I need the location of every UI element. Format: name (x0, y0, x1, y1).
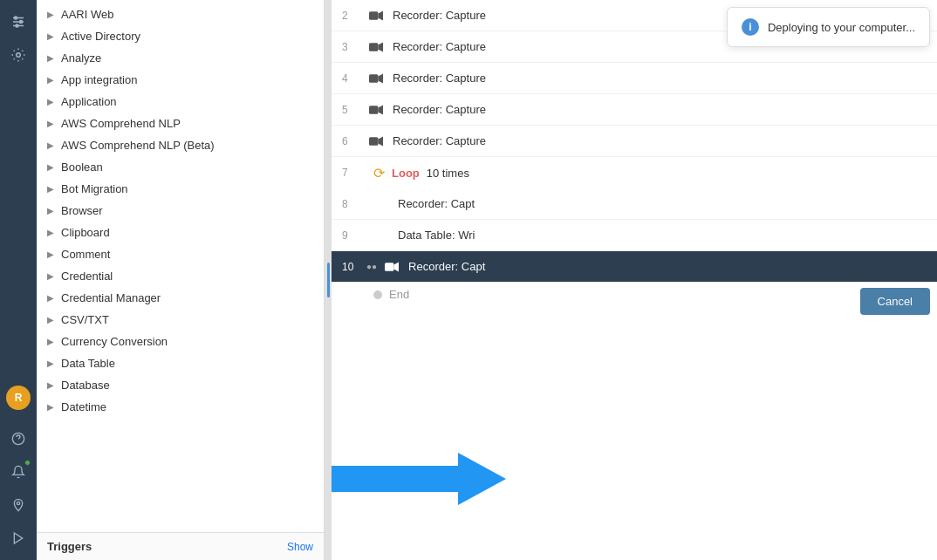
svg-point-5 (16, 24, 18, 27)
package-item[interactable]: ▶Comment (37, 243, 324, 265)
package-item[interactable]: ▶App integration (37, 69, 324, 91)
row-content-text: Recorder: Capt (408, 260, 927, 273)
svg-point-4 (20, 21, 23, 24)
chevron-icon: ▶ (47, 10, 54, 19)
package-item[interactable]: ▶Data Table (37, 352, 324, 374)
package-item[interactable]: ▶Application (37, 91, 324, 113)
package-item[interactable]: ▶Database (37, 374, 324, 396)
svg-marker-27 (393, 262, 399, 271)
package-item[interactable]: ▶AARI Web (37, 3, 324, 25)
row-number: 5 (342, 104, 366, 116)
svg-rect-10 (369, 11, 378, 20)
chevron-icon: ▶ (47, 337, 54, 346)
package-label: Currency Conversion (61, 335, 168, 348)
chevron-icon: ▶ (47, 75, 54, 85)
sidebar-icons: R (0, 0, 37, 560)
row-type-icon (366, 69, 386, 88)
main-area: 2 Recorder: Capture 3 Recorder: Capture … (332, 0, 937, 560)
package-item[interactable]: ▶Bot Migration (37, 178, 324, 200)
row-content-text: Recorder: Capture (393, 72, 927, 85)
cancel-button[interactable]: Cancel (860, 288, 930, 315)
package-item[interactable]: ▶Clipboard (37, 222, 324, 243)
package-item[interactable]: ▶CSV/TXT (37, 309, 324, 331)
package-label: Credential Manager (61, 291, 161, 304)
svg-marker-19 (378, 136, 383, 146)
chevron-icon: ▶ (47, 402, 54, 412)
triggers-show-button[interactable]: Show (287, 541, 313, 553)
svg-marker-17 (378, 105, 383, 114)
chevron-icon: ▶ (47, 249, 54, 259)
row-number: 2 (342, 10, 366, 22)
package-label: Browser (61, 204, 103, 217)
package-item[interactable]: ▶Boolean (37, 156, 324, 178)
script-row[interactable]: 5 Recorder: Capture (332, 94, 937, 126)
chevron-icon: ▶ (47, 119, 54, 128)
row-number: 8 (342, 198, 366, 210)
package-item[interactable]: ▶Browser (37, 200, 324, 222)
package-item[interactable]: ▶Analyze (37, 47, 324, 69)
chevron-icon: ▶ (47, 228, 54, 237)
svg-rect-26 (385, 263, 393, 271)
row-content-text: Data Table: Wri (398, 229, 927, 242)
package-item[interactable]: ▶Credential (37, 265, 324, 287)
chevron-icon: ▶ (47, 206, 54, 215)
package-panel: ▶AARI Web▶Active Directory▶Analyze▶App i… (37, 0, 325, 560)
row-number: 4 (342, 72, 366, 85)
chevron-icon: ▶ (47, 359, 54, 368)
row-content-text: Recorder: Capture (393, 103, 927, 116)
package-label: Database (61, 379, 110, 392)
row-content-text: Recorder: Capt (398, 197, 927, 210)
script-row[interactable]: 10 ●● Recorder: Capt (332, 251, 937, 283)
package-label: AWS Comprehend NLP (61, 117, 181, 130)
svg-marker-9 (14, 533, 22, 543)
deploy-notification: i Deploying to your computer... (727, 7, 930, 47)
row-content-text: Recorder: Capture (393, 134, 927, 147)
end-row: End (332, 283, 937, 306)
sliders-icon-btn[interactable] (3, 7, 33, 37)
svg-marker-13 (378, 42, 383, 51)
row-number: 10 (342, 261, 366, 273)
row-type-icon (366, 6, 386, 25)
svg-point-3 (15, 17, 17, 19)
user-avatar[interactable]: R (6, 386, 31, 410)
script-row[interactable]: 6 Recorder: Capture (332, 126, 937, 157)
script-row[interactable]: 9 Data Table: Wri (332, 220, 937, 251)
package-label: AARI Web (61, 8, 113, 21)
row-type-icon (366, 38, 386, 57)
package-label: Clipboard (61, 226, 110, 239)
package-item[interactable]: ▶Currency Conversion (37, 331, 324, 352)
notification-icon-btn[interactable] (3, 457, 33, 487)
triggers-label: Triggers (47, 540, 92, 553)
chevron-icon: ▶ (47, 293, 54, 303)
package-label: App integration (61, 73, 137, 86)
deploy-info-icon: i (742, 18, 759, 36)
package-label: Active Directory (61, 30, 140, 43)
package-item[interactable]: ▶Datetime (37, 396, 324, 418)
drag-handle[interactable] (325, 0, 332, 560)
row-type-icon (366, 100, 386, 120)
package-item[interactable]: ▶Active Directory (37, 25, 324, 47)
package-list: ▶AARI Web▶Active Directory▶Analyze▶App i… (37, 0, 324, 532)
chevron-icon: ▶ (47, 315, 54, 324)
chevron-icon: ▶ (47, 31, 54, 41)
row-type-icon (366, 226, 391, 245)
package-item[interactable]: ▶AWS Comprehend NLP (Beta) (37, 134, 324, 156)
package-item[interactable]: ▶Credential Manager (37, 287, 324, 309)
row-type-icon (366, 132, 386, 151)
svg-rect-16 (369, 106, 378, 114)
chevron-icon: ▶ (47, 184, 54, 194)
script-row[interactable]: 8 Recorder: Capt (332, 188, 937, 220)
status-dots: ●● (366, 262, 377, 271)
svg-rect-12 (369, 43, 378, 51)
gear-icon-btn[interactable] (3, 40, 33, 70)
chevron-icon: ▶ (47, 271, 54, 281)
play-icon-btn[interactable] (3, 523, 33, 553)
location-icon-btn[interactable] (3, 490, 33, 520)
svg-point-6 (17, 53, 21, 58)
row-type-icon (382, 257, 401, 277)
question-icon-btn[interactable] (3, 424, 33, 454)
package-item[interactable]: ▶AWS Comprehend NLP (37, 113, 324, 134)
script-row[interactable]: 4 Recorder: Capture (332, 63, 937, 94)
svg-rect-14 (369, 74, 378, 83)
chevron-icon: ▶ (47, 140, 54, 150)
